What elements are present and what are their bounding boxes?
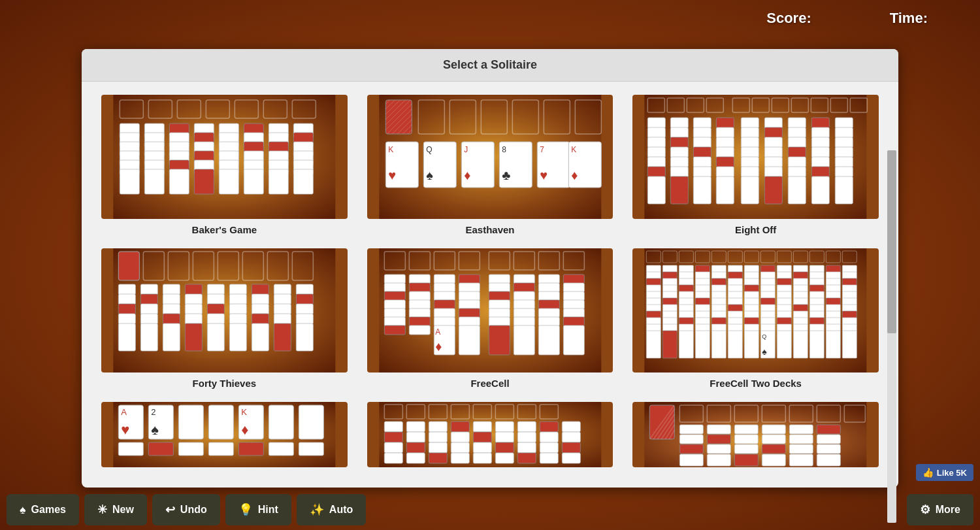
svg-rect-103: [671, 118, 689, 128]
svg-rect-351: [728, 272, 743, 279]
svg-rect-148: [812, 147, 830, 157]
svg-rect-59: [385, 100, 412, 134]
svg-rect-37: [219, 169, 238, 194]
svg-rect-175: [140, 294, 157, 305]
svg-rect-110: [694, 118, 711, 128]
game-card-freecell[interactable]: A ♦: [367, 248, 613, 389]
svg-rect-189: [207, 284, 224, 295]
game-preview-easthaven: K ♥ Q ♠ J ♦ 8 ♣ 7 ♥: [367, 95, 613, 219]
fb-like-button[interactable]: 👍 Like 5K: [916, 464, 973, 481]
game-card-partial-3[interactable]: [632, 402, 879, 467]
svg-text:K: K: [241, 407, 247, 417]
svg-rect-319: [679, 278, 694, 286]
svg-rect-238: [434, 283, 455, 292]
svg-rect-275: [563, 283, 584, 292]
games-label: Games: [31, 504, 66, 516]
svg-rect-424: [826, 305, 841, 312]
svg-rect-205: [274, 294, 291, 305]
svg-rect-25: [169, 169, 189, 194]
svg-rect-453: [299, 405, 323, 439]
game-card-freecell-two[interactable]: Q ♠: [632, 248, 879, 389]
svg-rect-330: [696, 278, 710, 286]
more-button[interactable]: ⚙ More: [907, 494, 973, 525]
svg-rect-322: [679, 298, 694, 305]
svg-rect-526: [708, 435, 731, 444]
auto-button[interactable]: ✨ Auto: [297, 494, 366, 525]
svg-rect-371: [745, 331, 759, 358]
svg-rect-385: [777, 265, 792, 273]
svg-rect-422: [826, 291, 841, 299]
game-card-bakers-game[interactable]: Baker's Game: [101, 95, 348, 235]
svg-rect-471: [384, 432, 402, 442]
svg-rect-341: [712, 278, 727, 286]
svg-rect-158: [836, 176, 853, 204]
svg-rect-306: [663, 265, 678, 273]
svg-rect-331: [696, 285, 710, 292]
svg-rect-307: [663, 272, 678, 279]
svg-rect-456: [178, 442, 203, 455]
svg-rect-338: [696, 331, 710, 358]
svg-rect-226: [384, 300, 405, 309]
time-label: Time:: [890, 10, 928, 27]
game-card-partial-2[interactable]: [367, 402, 613, 467]
svg-rect-328: [696, 265, 710, 273]
svg-rect-146: [812, 127, 830, 138]
svg-rect-542: [817, 435, 841, 444]
svg-rect-191: [207, 304, 224, 314]
svg-rect-251: [459, 317, 480, 326]
svg-rect-402: [794, 305, 808, 312]
svg-rect-541: [817, 425, 841, 434]
svg-rect-145: [812, 118, 830, 128]
game-card-forty-thieves[interactable]: Forty Thieves: [101, 248, 348, 389]
svg-rect-234: [409, 308, 430, 318]
svg-rect-370: [745, 324, 759, 331]
svg-rect-179: [163, 284, 180, 295]
svg-rect-151: [812, 176, 830, 204]
svg-rect-182: [163, 314, 180, 324]
svg-rect-258: [489, 317, 510, 326]
svg-rect-381: [761, 324, 776, 331]
svg-rect-111: [694, 127, 711, 138]
svg-rect-527: [708, 444, 731, 454]
game-preview-partial-3: [632, 402, 879, 467]
svg-rect-296: [647, 272, 661, 279]
svg-rect-533: [762, 425, 786, 434]
svg-rect-416: [810, 324, 825, 331]
svg-rect-121: [717, 157, 734, 167]
svg-rect-232: [409, 291, 430, 301]
svg-rect-195: [229, 294, 246, 305]
hint-button[interactable]: 💡 Hint: [225, 494, 291, 525]
game-grid: Baker's Game: [82, 82, 898, 488]
svg-rect-236: [409, 325, 430, 335]
svg-rect-160: [118, 252, 139, 280]
svg-rect-114: [694, 157, 711, 167]
new-button[interactable]: ✳ New: [84, 494, 147, 525]
svg-rect-420: [826, 278, 841, 286]
svg-rect-109: [671, 176, 689, 204]
game-name-freecell: FreeCell: [470, 378, 509, 389]
hint-label: Hint: [258, 504, 278, 516]
undo-button[interactable]: ↩ Undo: [152, 494, 220, 525]
svg-rect-431: [843, 278, 857, 286]
svg-rect-227: [384, 308, 405, 318]
svg-rect-473: [384, 453, 402, 463]
game-card-eight-off[interactable]: Eight Off: [632, 95, 879, 235]
svg-rect-364: [745, 285, 759, 292]
svg-rect-314: [663, 318, 678, 325]
game-card-partial-1[interactable]: A ♥ 2 ♠ K ♦: [101, 402, 348, 467]
svg-rect-303: [647, 318, 661, 325]
svg-rect-447: [178, 405, 203, 439]
svg-rect-171: [118, 304, 135, 314]
svg-rect-488: [473, 442, 491, 453]
svg-rect-396: [794, 265, 808, 273]
svg-rect-430: [843, 272, 857, 279]
svg-rect-137: [765, 176, 783, 204]
svg-rect-342: [712, 285, 727, 292]
svg-rect-143: [789, 167, 806, 177]
svg-text:♠: ♠: [762, 346, 768, 357]
svg-rect-454: [118, 442, 143, 455]
svg-rect-339: [712, 265, 727, 273]
games-button[interactable]: ♠ Games: [7, 494, 79, 525]
game-card-easthaven[interactable]: K ♥ Q ♠ J ♦ 8 ♣ 7 ♥: [367, 95, 613, 235]
svg-rect-332: [696, 291, 710, 299]
